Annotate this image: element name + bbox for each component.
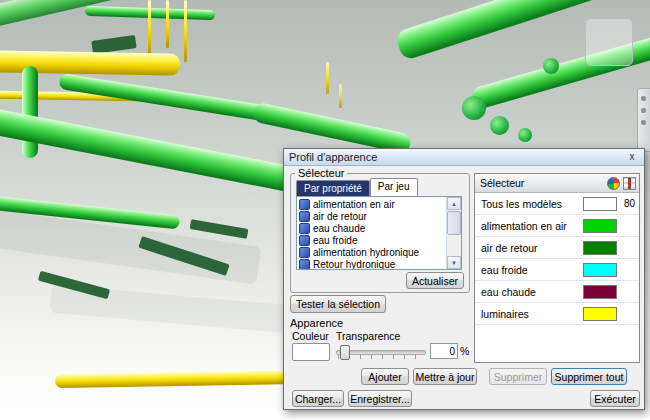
- percent-label: %: [460, 345, 469, 357]
- hanger-rod-2: [166, 0, 169, 48]
- selector-table-rows: Tous les modèles80alimentation en airair…: [475, 193, 639, 325]
- set-list-item[interactable]: alimentation en air: [297, 198, 446, 210]
- row-label: eau froide: [481, 264, 583, 276]
- row-color-swatch: [583, 197, 617, 211]
- pipe-green-vertical: [22, 66, 38, 158]
- scroll-up-icon[interactable]: ▲: [447, 197, 461, 210]
- selector-tabs: Par propriété Par jeu: [296, 180, 418, 196]
- sets-list: alimentation en airair de retoureau chau…: [297, 197, 446, 269]
- set-label: Retour hydronique: [313, 259, 395, 270]
- set-list-item[interactable]: eau froide: [297, 234, 446, 246]
- set-label: eau froide: [313, 235, 357, 246]
- row-color-swatch: [583, 285, 617, 299]
- grid-icon[interactable]: [623, 177, 636, 190]
- dialog-titlebar[interactable]: Profil d'apparence x: [284, 149, 644, 166]
- pipe-endcap-4: [543, 58, 559, 74]
- row-color-swatch: [583, 307, 617, 321]
- duct-dark-3: [190, 219, 249, 239]
- selector-group-title: Sélecteur: [295, 167, 347, 179]
- add-button[interactable]: Ajouter: [361, 368, 409, 385]
- set-list-item[interactable]: alimentation hydronique: [297, 246, 446, 258]
- row-value: 80: [617, 198, 635, 209]
- selector-group: Sélecteur Par propriété Par jeu alimenta…: [290, 173, 470, 293]
- pipe-endcap-3: [518, 128, 532, 142]
- set-list-item[interactable]: Retour hydronique: [297, 258, 446, 269]
- pipe-endcap-1: [462, 96, 486, 120]
- row-color-swatch: [583, 263, 617, 277]
- pipe-green-right: [252, 102, 413, 155]
- set-icon: [299, 211, 310, 222]
- dialog-title: Profil d'apparence: [289, 151, 625, 163]
- appearance-title: Apparence: [290, 317, 343, 329]
- transparency-label: Transparence: [336, 330, 400, 342]
- set-list-item[interactable]: air de retour: [297, 210, 446, 222]
- hanger-rod-4: [326, 62, 329, 94]
- color-globe-icon[interactable]: [607, 177, 620, 190]
- hanger-rod-1: [148, 0, 151, 56]
- tab-par-jeu[interactable]: Par jeu: [370, 178, 418, 196]
- tab-par-propriete[interactable]: Par propriété: [296, 180, 370, 196]
- set-icon: [299, 199, 310, 210]
- delete-all-button[interactable]: Supprimer tout: [551, 368, 627, 385]
- slider-thumb[interactable]: [340, 345, 350, 360]
- set-list-item[interactable]: eau chaude: [297, 222, 446, 234]
- table-row[interactable]: air de retour: [475, 237, 639, 259]
- right-panel-icon: [641, 108, 646, 113]
- slider-ticks: [338, 355, 424, 359]
- set-label: alimentation en air: [313, 199, 395, 210]
- load-button[interactable]: Charger...: [292, 390, 344, 407]
- table-row[interactable]: Tous les modèles80: [475, 193, 639, 215]
- set-icon: [299, 223, 310, 234]
- refresh-button[interactable]: Actualiser: [406, 272, 464, 289]
- selector-table-header: Sélecteur: [475, 174, 639, 193]
- transparency-input[interactable]: [430, 343, 458, 359]
- row-label: eau chaude: [481, 286, 583, 298]
- save-button[interactable]: Enregistrer...: [348, 390, 412, 407]
- set-label: alimentation hydronique: [313, 247, 419, 258]
- table-row[interactable]: eau chaude: [475, 281, 639, 303]
- selector-table: Sélecteur Tous les modèles80alimentation…: [474, 173, 640, 363]
- scrollbar[interactable]: ▲ ▼: [446, 197, 461, 269]
- row-label: luminaires: [481, 308, 583, 320]
- right-panel-icon: [641, 120, 646, 125]
- row-label: alimentation en air: [481, 220, 583, 232]
- hanger-rod-5: [339, 84, 342, 108]
- row-label: Tous les modèles: [481, 198, 583, 210]
- appearance-profiler-dialog: Profil d'apparence x Sélecteur Par propr…: [283, 148, 645, 410]
- close-icon[interactable]: x: [625, 151, 639, 163]
- pipe-endcap-2: [490, 116, 509, 135]
- test-selection-button[interactable]: Tester la sélection: [290, 295, 386, 313]
- duct-dark-top: [91, 35, 136, 54]
- table-header-label: Sélecteur: [480, 177, 607, 189]
- color-picker-button[interactable]: [292, 343, 330, 361]
- set-icon: [299, 247, 310, 258]
- update-button[interactable]: Mettre à jour: [413, 368, 477, 385]
- run-button[interactable]: Exécuter: [590, 390, 640, 407]
- set-label: eau chaude: [313, 223, 365, 234]
- scrollbar-thumb[interactable]: [447, 211, 461, 235]
- right-panel-icon: [641, 96, 646, 101]
- table-row[interactable]: eau froide: [475, 259, 639, 281]
- navisworks-window: Profil d'apparence x Sélecteur Par propr…: [0, 0, 650, 420]
- hanger-rod-3: [184, 0, 187, 62]
- sets-listbox: alimentation en airair de retoureau chau…: [296, 196, 462, 270]
- viewcube-placeholder[interactable]: [585, 18, 633, 66]
- table-row[interactable]: alimentation en air: [475, 215, 639, 237]
- delete-button[interactable]: Supprimer: [489, 368, 547, 385]
- color-label: Couleur: [292, 330, 329, 342]
- scroll-down-icon[interactable]: ▼: [447, 256, 461, 269]
- row-color-swatch: [583, 219, 617, 233]
- transparency-slider[interactable]: [336, 343, 426, 359]
- row-label: air de retour: [481, 242, 583, 254]
- pipe-yellow-bottom: [55, 370, 305, 388]
- set-label: air de retour: [313, 211, 367, 222]
- row-color-swatch: [583, 241, 617, 255]
- set-icon: [299, 259, 310, 270]
- set-icon: [299, 235, 310, 246]
- table-row[interactable]: luminaires: [475, 303, 639, 325]
